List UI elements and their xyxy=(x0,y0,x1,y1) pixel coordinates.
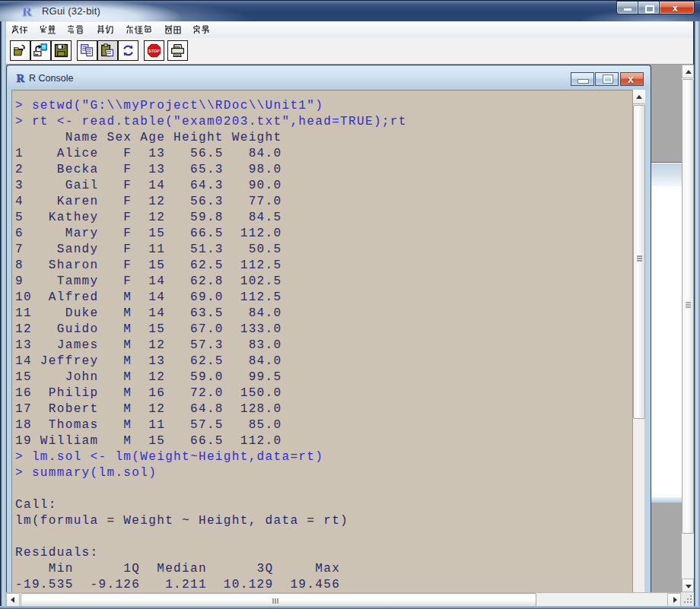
svg-text:STOP: STOP xyxy=(148,48,160,52)
svg-text:R: R xyxy=(17,72,25,84)
svg-text:R: R xyxy=(22,4,32,18)
